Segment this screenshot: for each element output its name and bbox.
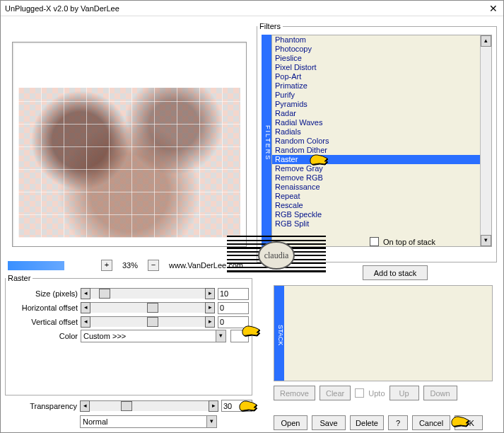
filter-item[interactable]: Pieslice	[272, 54, 491, 63]
window-title: UnPlugged-X v2.0 by VanDerLee	[5, 1, 119, 16]
chevron-left-icon[interactable]: ◂	[81, 288, 90, 299]
filter-item[interactable]: Renaissance	[272, 183, 491, 192]
color-combo-value: Custom >>>	[81, 332, 216, 340]
filter-item[interactable]: Remove RGB	[272, 173, 491, 183]
filter-item[interactable]: Pixel Distort	[272, 63, 491, 72]
filter-item[interactable]: Remove Gray	[272, 164, 491, 173]
open-button[interactable]: Open	[274, 415, 307, 430]
filter-item[interactable]: Pop-Art	[272, 72, 491, 81]
chevron-right-icon[interactable]: ▸	[205, 302, 215, 313]
stack-listbox[interactable]: STACK	[274, 285, 493, 381]
voff-slider[interactable]: ◂ ▸	[81, 316, 215, 328]
chevron-right-icon[interactable]: ▸	[205, 288, 215, 299]
color-label: Color	[8, 332, 81, 340]
filter-item[interactable]: Repeat	[272, 192, 491, 201]
filters-listbox[interactable]: PhantomPhotocopyPieslicePixel DistortPop…	[271, 35, 492, 247]
clear-button[interactable]: Clear	[320, 386, 351, 400]
remove-button[interactable]: Remove	[274, 386, 315, 400]
on-top-checkbox[interactable]	[370, 237, 379, 246]
filter-item[interactable]: Rescale	[272, 201, 491, 210]
filter-item[interactable]: Radial Waves	[272, 118, 491, 127]
ok-button[interactable]: OK	[455, 415, 483, 430]
raster-legend: Raster	[6, 274, 33, 282]
scroll-up-icon[interactable]: ▴	[481, 35, 491, 47]
color-swatch[interactable]	[230, 330, 249, 342]
color-combo[interactable]: Custom >>> ▾	[81, 330, 226, 342]
chevron-down-icon[interactable]: ▾	[216, 330, 225, 342]
stack-vertical-label: STACK	[274, 286, 284, 381]
zoom-in-button[interactable]: +	[101, 260, 112, 271]
hoff-input[interactable]	[218, 302, 249, 314]
chevron-left-icon[interactable]: ◂	[81, 316, 90, 328]
close-icon[interactable]: ✕	[484, 1, 503, 16]
upto-label: Upto	[368, 389, 385, 398]
vendor-link[interactable]: www.VanDerLee.com	[169, 261, 243, 270]
chevron-right-icon[interactable]: ▸	[205, 316, 215, 328]
filter-item[interactable]: Pyramids	[272, 100, 491, 109]
add-to-stack-button[interactable]: Add to stack	[363, 265, 428, 280]
blend-combo[interactable]: Normal ▾	[80, 415, 217, 428]
on-top-label: On top of stack	[383, 238, 435, 246]
filters-vertical-label: FILTERS	[262, 35, 271, 247]
filter-item[interactable]: RGB Split	[272, 219, 491, 229]
filter-item[interactable]: Radials	[272, 127, 491, 137]
chevron-left-icon[interactable]: ◂	[81, 302, 90, 313]
transparency-label: Transparency	[5, 402, 80, 410]
filter-item[interactable]: Random Colors	[272, 137, 491, 146]
filters-legend: Filters	[257, 22, 283, 30]
chevron-left-icon[interactable]: ◂	[80, 400, 90, 412]
transparency-input[interactable]	[221, 400, 252, 412]
cancel-button[interactable]: Cancel	[412, 415, 450, 430]
filter-item[interactable]: Photocopy	[272, 45, 491, 54]
preview-area	[12, 42, 247, 247]
size-slider[interactable]: ◂ ▸	[81, 288, 215, 299]
filter-item[interactable]: Random Dither	[272, 146, 491, 155]
filter-item[interactable]: Purify	[272, 91, 491, 100]
zoom-out-button[interactable]: −	[148, 260, 159, 271]
zoom-percent: 33%	[115, 261, 145, 270]
down-button[interactable]: Down	[423, 386, 457, 400]
delete-button[interactable]: Delete	[350, 415, 384, 430]
help-button[interactable]: ?	[388, 415, 408, 430]
zoom-bar[interactable]	[8, 261, 98, 270]
size-input[interactable]	[218, 288, 249, 300]
chevron-down-icon[interactable]: ▾	[206, 416, 216, 427]
scrollbar[interactable]: ▴ ▾	[480, 35, 491, 246]
filter-item[interactable]: Phantom	[272, 35, 491, 45]
blend-combo-value: Normal	[81, 417, 206, 426]
filter-item[interactable]: Radar	[272, 109, 491, 118]
save-button[interactable]: Save	[312, 415, 346, 430]
preview-image	[18, 88, 240, 238]
upto-checkbox[interactable]	[355, 388, 364, 398]
filter-item[interactable]: RGB Speckle	[272, 210, 491, 219]
up-button[interactable]: Up	[389, 386, 419, 400]
filter-item[interactable]: Raster	[272, 155, 491, 164]
transparency-slider[interactable]: ◂ ▸	[80, 400, 218, 412]
chevron-right-icon[interactable]: ▸	[209, 400, 218, 412]
scroll-down-icon[interactable]: ▾	[481, 235, 491, 246]
size-label: Size (pixels)	[8, 289, 81, 298]
voff-input[interactable]	[218, 316, 249, 328]
filter-item[interactable]: Primatize	[272, 81, 491, 91]
hoff-label: Horizontal offset	[8, 304, 81, 312]
voff-label: Vertical offset	[8, 318, 81, 326]
hoff-slider[interactable]: ◂ ▸	[81, 302, 215, 313]
